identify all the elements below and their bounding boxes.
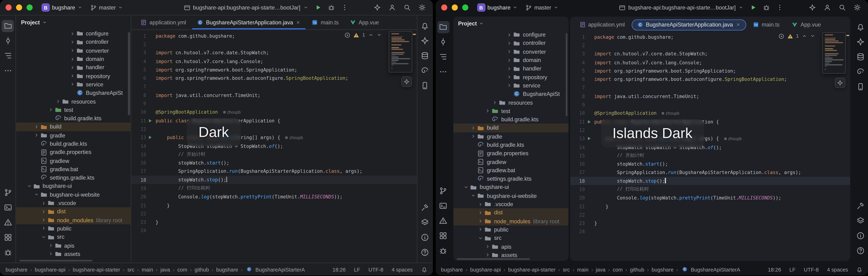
tool-window-button-structure[interactable]: [2, 50, 14, 62]
code-text[interactable]: import cn.hutool.v7.core.date.StopWatch;: [593, 51, 708, 57]
tree-item-apis[interactable]: apis: [16, 241, 131, 250]
tree-item-bugshare-ui[interactable]: bugshare-ui: [453, 183, 568, 191]
minimap-preview[interactable]: [388, 31, 412, 73]
tool-window-button-services[interactable]: [437, 229, 449, 242]
tree-item-test[interactable]: test: [16, 106, 131, 114]
run-gutter-icon[interactable]: [588, 137, 590, 140]
tool-window-button-project[interactable]: [437, 21, 449, 33]
debug-button-icon[interactable]: [328, 4, 335, 11]
breadcrumb-item[interactable]: src: [563, 266, 570, 272]
tree-item-converter[interactable]: converter: [453, 48, 568, 56]
line-ending[interactable]: LF: [354, 266, 360, 272]
breadcrumb-item[interactable]: src: [127, 266, 134, 272]
tool-window-button-build[interactable]: [419, 201, 431, 214]
code-text[interactable]: SpringApplication.run(BugshareApiStarter…: [154, 169, 362, 174]
tree-item-build.gradle.kts[interactable]: build.gradle.kts: [16, 114, 131, 122]
code-text[interactable]: stopWatch.stop();: [154, 177, 227, 183]
tree-item-handler[interactable]: handler: [453, 64, 568, 73]
tree-vertical-scrollbar[interactable]: [565, 33, 567, 116]
code-text[interactable]: }: [154, 202, 169, 208]
tree-item-controller[interactable]: controller: [16, 38, 131, 46]
tool-window-button-version-control[interactable]: [2, 186, 14, 199]
code-text[interactable]: @SpringBootApplicationzhoupb: [154, 109, 241, 115]
tool-window-button-device-manager[interactable]: [854, 81, 866, 93]
tool-window-button-info[interactable]: [854, 229, 866, 242]
tree-item-settings.gradle.kts[interactable]: settings.gradle.kts: [16, 173, 131, 182]
tree-item-bugshare-ui[interactable]: bugshare-ui: [16, 182, 131, 190]
tree-item-BugshareApiSt[interactable]: CBugshareApiSt: [453, 90, 568, 98]
breadcrumb-item[interactable]: github: [630, 266, 644, 272]
run-button-icon[interactable]: [314, 4, 321, 11]
code-text[interactable]: import java.util.concurrent.TimeUnit;: [154, 92, 260, 98]
code-text[interactable]: Console.log(stopWatch.prettyPrint(TimeUn…: [154, 194, 342, 200]
tree-item-build.gradle.kts[interactable]: build.gradle.kts: [16, 140, 131, 148]
next-problem-icon[interactable]: [376, 32, 382, 38]
tree-vertical-scrollbar[interactable]: [128, 32, 130, 115]
code-text[interactable]: }: [593, 221, 597, 226]
tree-item-settings.gradle.kts[interactable]: settings.gradle.kts: [453, 174, 568, 183]
code-text[interactable]: package com.github.bugshare;: [593, 34, 674, 40]
more-actions-icon[interactable]: [776, 4, 783, 11]
breadcrumb-item[interactable]: bugshare-api: [470, 266, 501, 272]
tool-window-button-layers[interactable]: [854, 215, 866, 227]
tree-horizontal-scrollbar[interactable]: [19, 259, 92, 261]
search-icon[interactable]: [403, 4, 410, 11]
tool-window-button-more-horizontal[interactable]: [437, 65, 449, 78]
tool-window-button-project[interactable]: [2, 20, 14, 32]
tool-window-button-notifications[interactable]: [854, 21, 866, 33]
indent-style[interactable]: 4 spaces: [827, 266, 848, 272]
close-window-button[interactable]: [5, 4, 12, 10]
project-panel-header[interactable]: Project: [16, 16, 131, 29]
tool-window-button-problems[interactable]: [437, 215, 449, 227]
inspections-widget[interactable]: 1: [345, 32, 382, 38]
run-button-icon[interactable]: [749, 4, 756, 11]
editor-floating-button[interactable]: [835, 78, 845, 88]
tool-window-button-layers[interactable]: [419, 216, 431, 228]
tree-item-gradlew[interactable]: gradlew: [453, 158, 568, 166]
tree-item-.vscode[interactable]: .vscode: [453, 200, 568, 209]
breadcrumb-item[interactable]: main: [577, 266, 589, 272]
code-text[interactable]: import org.springframework.boot.SpringAp…: [593, 68, 736, 74]
minimize-window-button[interactable]: [16, 4, 22, 10]
code-text[interactable]: stopWatch.stop();: [593, 178, 665, 184]
tree-item-gradlew.bat[interactable]: gradlew.bat: [453, 166, 568, 174]
editor-tab-App.vue[interactable]: App.vue: [786, 19, 827, 30]
previous-problem-icon[interactable]: [802, 33, 807, 39]
breadcrumb-item[interactable]: java: [160, 266, 170, 272]
minimize-window-button[interactable]: [452, 4, 458, 10]
user-icon[interactable]: [388, 4, 395, 11]
tree-item-bugshare-ui-website[interactable]: bugshare-ui-website: [16, 190, 131, 199]
inspections-widget[interactable]: 1: [778, 33, 815, 39]
breadcrumb-item[interactable]: java: [596, 266, 606, 272]
previous-problem-icon[interactable]: [368, 32, 373, 38]
editor-tab-main.ts[interactable]: TSmain.ts: [747, 19, 785, 30]
tool-window-button-commit[interactable]: [437, 36, 449, 48]
editor-floating-button[interactable]: [401, 77, 412, 87]
code-text[interactable]: import org.springframework.boot.SpringAp…: [154, 67, 297, 73]
tool-window-button-terminal[interactable]: [2, 201, 14, 214]
code-text[interactable]: stopWatch.start();: [154, 160, 229, 166]
tool-window-button-problems[interactable]: [2, 216, 14, 228]
tool-window-button-structure[interactable]: [437, 51, 449, 63]
notifications-bell-icon[interactable]: [856, 266, 863, 272]
project-switcher[interactable]: B bugshare: [41, 3, 82, 12]
breadcrumb-item[interactable]: bugshare-api-starter: [73, 266, 120, 272]
tree-item-node_modules[interactable]: node_moduleslibrary root: [16, 216, 131, 224]
caret-position[interactable]: 18:26: [768, 266, 781, 272]
tree-item-.vscode[interactable]: .vscode: [16, 199, 131, 208]
tree-item-build[interactable]: build: [453, 124, 568, 132]
editor-tab-main.ts[interactable]: TSmain.ts: [306, 16, 344, 29]
tree-item-apis[interactable]: apis: [453, 242, 568, 251]
tree-item-controller[interactable]: controller: [453, 39, 568, 47]
indent-style[interactable]: 4 spaces: [392, 266, 413, 272]
file-encoding[interactable]: UTF-8: [804, 266, 819, 272]
breadcrumb-item[interactable]: bugshare: [652, 266, 674, 272]
code-text[interactable]: }: [154, 220, 158, 225]
tree-item-bugshare-ui-website[interactable]: bugshare-ui-website: [453, 191, 568, 200]
tool-window-button-database[interactable]: [419, 50, 431, 62]
breadcrumb-item[interactable]: github: [195, 266, 209, 272]
tool-window-button-ai-assistant[interactable]: [419, 35, 431, 47]
breadcrumb-item[interactable]: bugshare: [5, 266, 27, 272]
tool-window-button-build[interactable]: [854, 200, 866, 212]
breadcrumb-item[interactable]: bugshare: [441, 266, 463, 272]
